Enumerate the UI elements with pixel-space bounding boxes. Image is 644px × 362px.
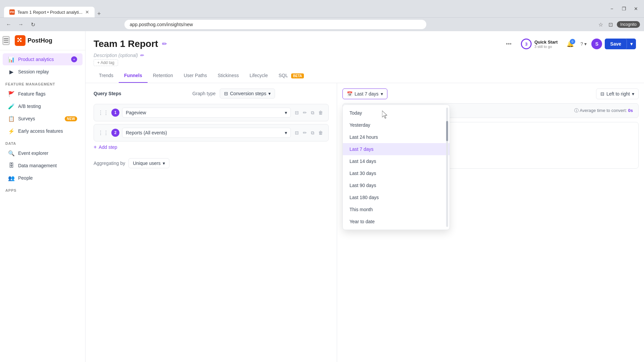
step-2-actions: ⊟ ✏ ⧉ 🗑 xyxy=(293,129,324,137)
aggregating-select[interactable]: Unique users ▾ xyxy=(128,158,169,168)
direction-chevron-icon: ▾ xyxy=(632,91,634,97)
tab-lifecycle[interactable]: Lifecycle xyxy=(244,69,273,83)
sidebar-item-product-analytics[interactable]: 📊 Product analytics + xyxy=(3,53,83,65)
date-range-dropdown: Today Yesterday Last 24 hours Last 7 day… xyxy=(342,105,450,230)
back-button[interactable]: ← xyxy=(4,20,13,29)
step-1-actions: ⊟ ✏ ⧉ 🗑 xyxy=(293,109,324,117)
posthog-logo-icon xyxy=(15,35,25,46)
tab-trends[interactable]: Trends xyxy=(94,69,119,83)
add-tag-button[interactable]: + Add tag xyxy=(94,59,118,66)
save-button-group: Save ▾ xyxy=(605,39,636,49)
tab-stickiness[interactable]: Stickiness xyxy=(212,69,244,83)
quick-start-circle: 3 xyxy=(521,39,532,49)
sidebar-item-label-ab-testing: A/B testing xyxy=(18,104,77,109)
dropdown-item-last-30d[interactable]: Last 30 days xyxy=(343,167,449,179)
forward-button[interactable]: → xyxy=(16,20,25,29)
sidebar-item-label-session-replay: Session replay xyxy=(18,69,77,74)
sidebar-item-label-surveys: Surveys xyxy=(18,116,61,121)
sidebar-item-label-event-explorer: Event explorer xyxy=(18,150,77,156)
active-tab[interactable]: PH Team 1 Report • Product analyti... ✕ xyxy=(4,7,95,17)
sidebar: ☰ PostHog 📊 Product analytics + ▶ Sessio… xyxy=(0,31,86,362)
step-1-delete-button[interactable]: 🗑 xyxy=(317,109,324,117)
bookmark-star-icon[interactable]: ☆ xyxy=(597,20,604,29)
sidebar-item-ab-testing[interactable]: 🧪 A/B testing xyxy=(3,100,83,112)
step-1-select[interactable]: Pageview ▾ xyxy=(122,108,291,118)
step-1-edit-button[interactable]: ✏ xyxy=(302,109,308,117)
save-button[interactable]: Save xyxy=(605,39,627,49)
user-avatar[interactable]: S xyxy=(591,39,602,49)
title-edit-icon[interactable]: ✏ xyxy=(162,40,167,48)
date-range-label: Last 7 days xyxy=(355,91,379,97)
add-step-button[interactable]: + Add step xyxy=(94,141,117,153)
tab-title: Team 1 Report • Product analyti... xyxy=(17,10,83,15)
sidebar-item-early-access[interactable]: ⚡ Early access features xyxy=(3,125,83,137)
sidebar-item-surveys[interactable]: 📋 Surveys NEW xyxy=(3,113,83,125)
surveys-new-badge: NEW xyxy=(65,116,77,121)
aggregating-value: Unique users xyxy=(133,161,161,166)
step-1-number: 1 xyxy=(111,109,119,117)
dropdown-item-last-14d[interactable]: Last 14 days xyxy=(343,155,449,167)
url-input[interactable] xyxy=(124,20,426,29)
step-2-select[interactable]: Reports (All events) ▾ xyxy=(122,128,291,138)
close-button[interactable]: ✕ xyxy=(632,5,640,13)
date-range-button[interactable]: 📅 Last 7 days ▾ xyxy=(342,88,387,99)
browser-tabs: PH Team 1 Report • Product analyti... ✕ … xyxy=(4,0,103,17)
calendar-icon: 📅 xyxy=(347,91,353,97)
step-2-drag-handle[interactable]: ⋮⋮ xyxy=(98,130,109,136)
sidebar-item-data-management[interactable]: 🗄 Data management xyxy=(3,160,83,172)
step-1-drag-handle[interactable]: ⋮⋮ xyxy=(98,110,109,116)
help-question-icon: ? xyxy=(581,41,583,47)
graph-type-chevron-icon: ▾ xyxy=(268,91,271,96)
dropdown-item-yesterday[interactable]: Yesterday xyxy=(343,119,449,131)
step-2-delete-button[interactable]: 🗑 xyxy=(317,129,324,137)
dropdown-item-last-7d[interactable]: Last 7 days xyxy=(343,143,449,155)
sql-beta-badge: BETA xyxy=(291,73,304,78)
left-to-right-button[interactable]: ⊟ Left to right ▾ xyxy=(596,88,639,99)
minimize-button[interactable]: − xyxy=(608,5,616,13)
page-description: Description (optional) ✏ xyxy=(86,51,644,58)
tab-funnels[interactable]: Funnels xyxy=(119,69,148,83)
quick-start-widget[interactable]: 3 Quick Start 3 still to go xyxy=(517,37,561,51)
description-text[interactable]: Description (optional) xyxy=(94,53,138,58)
logo: PostHog xyxy=(12,34,55,47)
feature-management-section-label: FEATURE MANAGEMENT xyxy=(0,78,85,87)
tab-user-paths[interactable]: User Paths xyxy=(178,69,212,83)
sidebar-item-feature-flags[interactable]: 🚩 Feature flags xyxy=(3,88,83,100)
graph-type-select[interactable]: ⊟ Conversion steps ▾ xyxy=(220,88,275,99)
tab-retention[interactable]: Retention xyxy=(148,69,178,83)
left-to-right-label: Left to right xyxy=(606,91,630,97)
sidebar-item-session-replay[interactable]: ▶ Session replay xyxy=(3,66,83,78)
reader-mode-icon[interactable]: ⊡ xyxy=(607,20,614,29)
help-button[interactable]: ? ▾ xyxy=(579,39,589,49)
dropdown-item-last-180d[interactable]: Last 180 days xyxy=(343,191,449,203)
dropdown-item-last-90d[interactable]: Last 90 days xyxy=(343,179,449,191)
dropdown-item-year-to-date[interactable]: Year to date xyxy=(343,216,449,228)
more-options-button[interactable]: ••• xyxy=(503,40,514,48)
save-dropdown-button[interactable]: ▾ xyxy=(627,39,636,49)
query-header: Query Steps Graph type ⊟ Conversion step… xyxy=(94,88,329,99)
dropdown-item-last-24h[interactable]: Last 24 hours xyxy=(343,131,449,143)
notifications-button[interactable]: 🔔 0 xyxy=(565,38,576,50)
dropdown-item-today[interactable]: Today xyxy=(343,107,449,119)
tab-sql[interactable]: SQL BETA xyxy=(273,69,309,83)
new-tab-button[interactable]: + xyxy=(95,10,104,17)
maximize-button[interactable]: ❐ xyxy=(620,5,628,13)
hamburger-menu-button[interactable]: ☰ xyxy=(3,36,9,45)
address-bar: ← → ↻ ☆ ⊡ Incognito xyxy=(0,17,644,31)
dropdown-item-this-month[interactable]: This month xyxy=(343,203,449,216)
sidebar-item-people[interactable]: 👥 People xyxy=(3,172,83,184)
header-actions: ••• 3 Quick Start 3 still to go 🔔 0 ? ▾ … xyxy=(503,37,636,51)
app-layout: ☰ PostHog 📊 Product analytics + ▶ Sessio… xyxy=(0,31,644,362)
data-section-label: DATA xyxy=(0,137,85,147)
avg-time-label: ⓘ Average time to convert: 0s xyxy=(574,108,633,114)
sidebar-item-event-explorer[interactable]: 🔍 Event explorer xyxy=(3,147,83,159)
step-1-filter-button[interactable]: ⊟ xyxy=(293,109,300,117)
refresh-button[interactable]: ↻ xyxy=(28,20,38,29)
step-2-edit-button[interactable]: ✏ xyxy=(302,129,308,137)
description-edit-icon[interactable]: ✏ xyxy=(140,53,144,58)
tab-close-button[interactable]: ✕ xyxy=(85,9,89,15)
step-2-filter-button[interactable]: ⊟ xyxy=(293,129,300,137)
step-2-copy-button[interactable]: ⧉ xyxy=(310,129,316,137)
add-step-label: Add step xyxy=(99,144,117,150)
step-1-copy-button[interactable]: ⧉ xyxy=(310,109,316,117)
